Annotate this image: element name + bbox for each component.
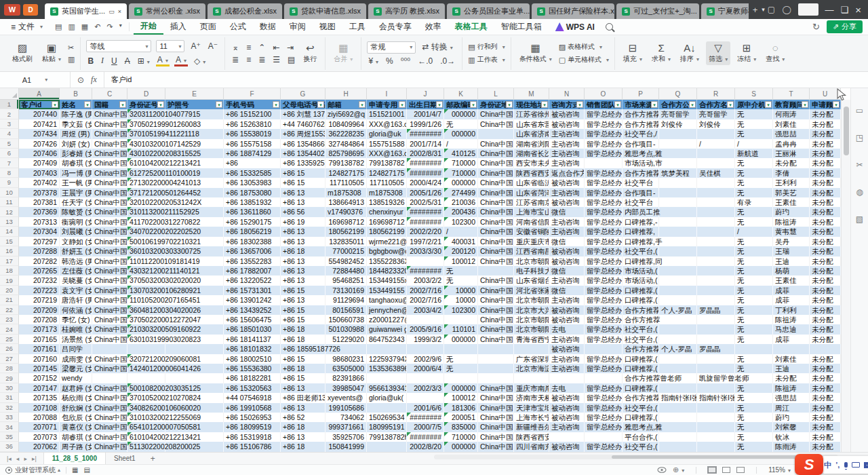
filter-dropdown-icon[interactable]: ▾ <box>651 101 658 108</box>
cell[interactable]: 18448233200000@qq <box>367 266 407 276</box>
cell[interactable]: 122593794XXX@163.c <box>367 354 407 364</box>
cell[interactable] <box>659 227 697 236</box>
cell[interactable]: 何依涵 (女 <box>60 305 92 315</box>
cell[interactable]: +86 18 <box>281 442 326 451</box>
hide-window-eye-icon[interactable] <box>657 467 667 473</box>
cell[interactable]: 无 <box>735 237 773 246</box>
cell[interactable]: 合作方推荐 <box>623 315 659 324</box>
cell[interactable]: 无 <box>735 442 773 451</box>
cell[interactable]: 平台合作,( <box>623 432 659 442</box>
cell[interactable]: 留学总经办 <box>585 256 623 266</box>
cell[interactable]: China中国 <box>478 246 514 256</box>
cell[interactable]: China中国 <box>92 246 127 256</box>
cell[interactable]: 110112200109181419 <box>127 256 165 266</box>
cell[interactable]: China中国 <box>478 188 514 197</box>
cell[interactable] <box>659 158 697 168</box>
cell[interactable]: 留学总经办 <box>585 188 623 197</box>
cell[interactable]: 口碑推荐,( <box>623 295 659 305</box>
cell[interactable]: 181306 <box>444 403 478 413</box>
cell[interactable] <box>659 442 697 451</box>
redo-icon[interactable]: ↷ <box>106 22 113 31</box>
cell[interactable]: +86 13 <box>281 227 326 236</box>
cell[interactable]: China中国 <box>92 168 127 178</box>
freeze-button[interactable]: ⊞冻结▾ <box>734 41 759 65</box>
cell[interactable]: China中国 <box>478 286 514 295</box>
cell[interactable]: 150269534 <box>367 413 407 422</box>
cell[interactable]: ######## <box>407 432 444 442</box>
row-number[interactable]: 32 <box>0 403 19 413</box>
cell[interactable]: +86 19910568 <box>224 403 281 413</box>
cell[interactable]: +86 15290175 <box>224 217 281 227</box>
cell[interactable]: XXX@163.c <box>367 149 407 158</box>
ime-keyboard-icon[interactable] <box>852 462 860 468</box>
cell[interactable]: 80156591 <box>326 305 367 315</box>
cell[interactable]: 丁利利 <box>773 305 810 315</box>
cell[interactable]: 430103200107142529 <box>127 139 165 149</box>
cell[interactable] <box>659 178 697 187</box>
cell[interactable]: 舒妍玉 (女 <box>60 246 92 256</box>
cell[interactable]: 王晨宇 (男 <box>60 188 92 197</box>
cell[interactable] <box>697 188 735 197</box>
cell[interactable]: China中国 <box>478 324 514 334</box>
cell[interactable]: China中国 <box>478 442 514 451</box>
cell[interactable]: m1875308 <box>326 188 367 197</box>
cell[interactable] <box>659 188 697 197</box>
cell[interactable]: 000000 <box>444 442 478 451</box>
cell[interactable] <box>697 315 735 324</box>
cell[interactable]: 124827175 <box>326 168 367 178</box>
cell[interactable] <box>407 256 444 266</box>
more-tools-icon[interactable]: ▧ <box>856 214 863 224</box>
cell[interactable]: 刘俊伶 <box>659 119 697 129</box>
cell[interactable]: 北京市大兴 <box>514 305 549 315</box>
cell[interactable]: 无 <box>735 207 773 216</box>
normal-view-icon[interactable] <box>708 467 716 473</box>
cell[interactable]: 周煜 (男) <box>60 129 92 138</box>
cell[interactable]: 强思喆 <box>773 393 810 402</box>
assistant-icon[interactable]: ◍ <box>856 187 863 197</box>
cell[interactable] <box>407 315 444 324</box>
cell[interactable]: 陕西省西安 <box>514 168 549 178</box>
cell[interactable]: 社交平台,( <box>623 246 659 256</box>
row-number[interactable]: 7 <box>0 158 19 168</box>
cell[interactable]: 陈敏赟 (女 <box>60 207 92 216</box>
cell[interactable]: +86 13 <box>281 432 326 442</box>
cell[interactable]: m1875308 <box>367 188 407 197</box>
cell[interactable]: 207440 <box>19 109 60 119</box>
cell[interactable]: 山东省菏泽 <box>514 188 549 197</box>
cell[interactable]: 2005/9/16 <box>407 324 444 334</box>
cell[interactable]: 胡睿琪 (女 <box>60 432 92 442</box>
cell[interactable] <box>165 344 224 354</box>
cell[interactable]: +86 13552283 <box>224 256 281 266</box>
cell[interactable]: 207288 <box>19 246 60 256</box>
zoom-level[interactable]: 115%▾ <box>768 466 791 474</box>
cell[interactable]: 未分配 <box>810 256 841 266</box>
cell[interactable]: 430321200211140121 <box>127 266 165 276</box>
column-header-T[interactable]: T <box>773 88 810 100</box>
cell[interactable]: 内部员工推 <box>623 207 659 216</box>
cell[interactable]: 2003/4/2 <box>407 305 444 315</box>
cell[interactable]: 口碑推荐,( <box>623 364 659 373</box>
distribute-icon[interactable]: ▤ <box>286 55 296 64</box>
cell[interactable]: +86 18501030 <box>224 324 281 334</box>
cell[interactable]: 北京市朝阳 <box>514 324 549 334</box>
cell[interactable] <box>127 344 165 354</box>
cell[interactable]: China中国 <box>92 197 127 207</box>
cell[interactable]: 710000 <box>444 158 478 168</box>
cell[interactable]: +86 13 <box>281 188 326 197</box>
cell[interactable]: 207265 <box>19 266 60 276</box>
cell[interactable]: China中国 <box>478 139 514 149</box>
cell[interactable]: 799138782 <box>326 158 367 168</box>
cell[interactable]: +86 18056219 <box>224 227 281 236</box>
cell[interactable]: 蔚玓 <box>773 207 810 216</box>
cell[interactable]: 去电 <box>549 324 585 334</box>
cell[interactable]: 340826200106060020 <box>127 403 165 413</box>
save-icon[interactable]: ▤ <box>55 22 62 31</box>
cell[interactable]: 留学总经办 <box>585 139 623 149</box>
cell[interactable]: 未分配 <box>810 246 841 256</box>
percent-icon[interactable]: % <box>384 56 395 66</box>
cell[interactable]: 口碑推荐,同 <box>623 256 659 266</box>
cell[interactable]: 王利利 <box>773 178 810 187</box>
column-header-G[interactable]: G <box>281 88 326 100</box>
cell[interactable]: 无 <box>735 305 773 315</box>
cell[interactable]: 825798695 <box>326 149 367 158</box>
